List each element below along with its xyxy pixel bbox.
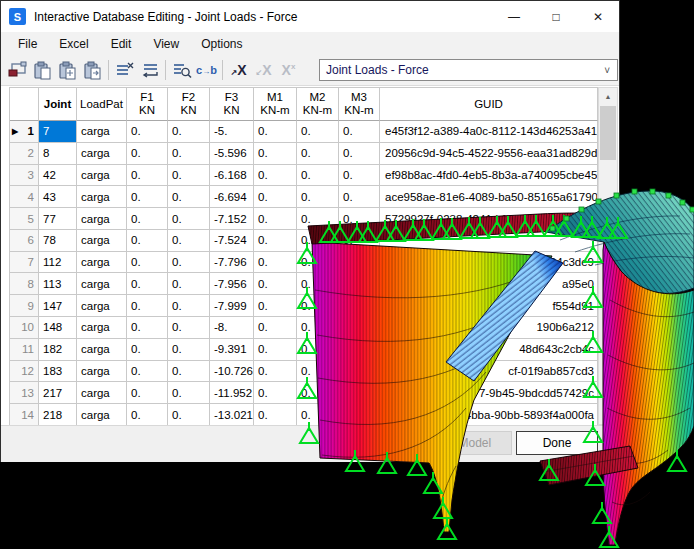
- cell-rownum[interactable]: 3: [10, 165, 39, 187]
- cell-f1[interactable]: 0.: [127, 208, 168, 230]
- cell-joint[interactable]: 8: [39, 143, 77, 165]
- move-row-icon[interactable]: [137, 58, 162, 82]
- cell-m3[interactable]: 0.: [339, 252, 380, 274]
- table-row[interactable]: 342carga0.0.-6.1680.0.0.ef98b8ac-4fd0-4e…: [10, 165, 598, 187]
- cell-f2[interactable]: 0.: [168, 273, 210, 295]
- cell-guid[interactable]: a04c3de9: [380, 252, 598, 274]
- cell-joint[interactable]: 78: [39, 230, 77, 252]
- clear-table-disabled-icon[interactable]: Xx: [276, 58, 301, 82]
- cell-f1[interactable]: 0.: [127, 317, 168, 339]
- cell-joint[interactable]: 42: [39, 165, 77, 187]
- cell-f3[interactable]: -7.999: [210, 295, 254, 317]
- cell-f2[interactable]: 0.: [168, 252, 210, 274]
- scroll-down-icon[interactable]: ▼: [599, 407, 617, 424]
- cell-f3[interactable]: -5.: [210, 121, 254, 143]
- column-header-guid[interactable]: GUID: [380, 88, 598, 121]
- cell-rownum[interactable]: 14: [10, 404, 39, 426]
- cell-m1[interactable]: 0.: [254, 186, 297, 208]
- cell-m1[interactable]: 0.: [254, 361, 297, 383]
- table-row[interactable]: 678carga0.0.-7.5240.0.0.: [10, 230, 598, 252]
- cell-rownum[interactable]: 10: [10, 317, 39, 339]
- maximize-button[interactable]: □: [535, 1, 577, 32]
- cell-m1[interactable]: 0.: [254, 143, 297, 165]
- cell-loadpat[interactable]: carga: [77, 186, 127, 208]
- column-header-joint[interactable]: Joint: [39, 88, 77, 121]
- column-header-m3[interactable]: M3KN-m: [339, 88, 380, 121]
- cell-rownum[interactable]: 11: [10, 339, 39, 361]
- cell-m1[interactable]: 0.: [254, 317, 297, 339]
- cell-m3[interactable]: 0.: [339, 317, 380, 339]
- cell-rownum[interactable]: 5: [10, 208, 39, 230]
- cell-m1[interactable]: 0.: [254, 295, 297, 317]
- cell-rownum[interactable]: ▶1: [10, 121, 39, 143]
- cell-f1[interactable]: 0.: [127, 361, 168, 383]
- cell-rownum[interactable]: 9: [10, 295, 39, 317]
- table-row[interactable]: ▶17carga0.0.-5.0.0.0.e45f3f12-a389-4a0c-…: [10, 121, 598, 143]
- apply-to-model-button[interactable]: Apply to Model: [391, 431, 512, 455]
- cell-f1[interactable]: 0.: [127, 382, 168, 404]
- cell-f2[interactable]: 0.: [168, 361, 210, 383]
- cell-loadpat[interactable]: carga: [77, 404, 127, 426]
- cell-guid[interactable]: ef98b8ac-4fd0-4eb5-8b3a-a740095cbe45: [380, 165, 598, 187]
- cell-joint[interactable]: 7: [39, 121, 77, 143]
- cell-loadpat[interactable]: carga: [77, 273, 127, 295]
- cell-f1[interactable]: 0.: [127, 273, 168, 295]
- menu-item-file[interactable]: File: [7, 34, 48, 54]
- cell-f3[interactable]: -6.168: [210, 165, 254, 187]
- cell-f2[interactable]: 0.: [168, 382, 210, 404]
- cell-rownum[interactable]: 6: [10, 230, 39, 252]
- column-header-f2[interactable]: F2KN: [168, 88, 210, 121]
- cell-f3[interactable]: -13.021: [210, 404, 254, 426]
- cell-loadpat[interactable]: carga: [77, 361, 127, 383]
- cell-m2[interactable]: 0.: [297, 208, 339, 230]
- vertical-scrollbar[interactable]: ▲ ▼: [598, 87, 618, 425]
- cell-m3[interactable]: 0.: [339, 339, 380, 361]
- cell-f2[interactable]: 0.: [168, 339, 210, 361]
- cell-m1[interactable]: 0.: [254, 252, 297, 274]
- column-header-rownum[interactable]: [10, 88, 39, 121]
- cell-f3[interactable]: -5.596: [210, 143, 254, 165]
- cell-f3[interactable]: -10.726: [210, 361, 254, 383]
- cell-m1[interactable]: 0.: [254, 382, 297, 404]
- cell-joint[interactable]: 148: [39, 317, 77, 339]
- cell-f1[interactable]: 0.: [127, 404, 168, 426]
- cell-f3[interactable]: -7.796: [210, 252, 254, 274]
- cell-m1[interactable]: 0.: [254, 404, 297, 426]
- cell-m3[interactable]: 0.: [339, 143, 380, 165]
- cell-m3[interactable]: 0.: [339, 404, 380, 426]
- cell-m3[interactable]: 0.: [339, 361, 380, 383]
- table-select-dropdown[interactable]: Joint Loads - Force ˅: [319, 59, 618, 81]
- cell-joint[interactable]: 147: [39, 295, 77, 317]
- column-header-f1[interactable]: F1KN: [127, 88, 168, 121]
- paste-icon[interactable]: [30, 58, 55, 82]
- cell-loadpat[interactable]: carga: [77, 165, 127, 187]
- cell-rownum[interactable]: 7: [10, 252, 39, 274]
- cell-m3[interactable]: 0.: [339, 208, 380, 230]
- table-row[interactable]: 8113carga0.0.-7.9560.0.0.a95e0: [10, 273, 598, 295]
- table-row[interactable]: 11182carga0.0.-9.3910.0.0.48d643c2cb4c: [10, 339, 598, 361]
- cell-rownum[interactable]: 12: [10, 361, 39, 383]
- cell-f1[interactable]: 0.: [127, 165, 168, 187]
- table-row[interactable]: 12183carga0.0.-10.7260.0.0.cf-01f9ab857c…: [10, 361, 598, 383]
- cell-f1[interactable]: 0.: [127, 295, 168, 317]
- cell-f2[interactable]: 0.: [168, 317, 210, 339]
- edit-cell-icon[interactable]: [5, 58, 30, 82]
- cell-f2[interactable]: 0.: [168, 208, 210, 230]
- cell-loadpat[interactable]: carga: [77, 121, 127, 143]
- table-row[interactable]: 443carga0.0.-6.6940.0.0.ace958ae-81e6-40…: [10, 186, 598, 208]
- cell-joint[interactable]: 112: [39, 252, 77, 274]
- cell-m2[interactable]: 0.: [297, 186, 339, 208]
- cell-m3[interactable]: 0.: [339, 230, 380, 252]
- cell-loadpat[interactable]: carga: [77, 230, 127, 252]
- find-icon[interactable]: [169, 58, 194, 82]
- cell-m1[interactable]: 0.: [254, 165, 297, 187]
- cell-f3[interactable]: -7.524: [210, 230, 254, 252]
- cell-loadpat[interactable]: carga: [77, 143, 127, 165]
- cell-m1[interactable]: 0.: [254, 230, 297, 252]
- cell-loadpat[interactable]: carga: [77, 252, 127, 274]
- cell-guid[interactable]: 20956c9d-94c5-4522-9556-eaa31ad829d8: [380, 143, 598, 165]
- cell-guid[interactable]: 5729927f-0238-4241-bfce-da14a47: [380, 208, 598, 230]
- cell-f1[interactable]: 0.: [127, 252, 168, 274]
- table-row[interactable]: 577carga0.0.-7.1520.0.0.5729927f-0238-42…: [10, 208, 598, 230]
- cell-f3[interactable]: -6.694: [210, 186, 254, 208]
